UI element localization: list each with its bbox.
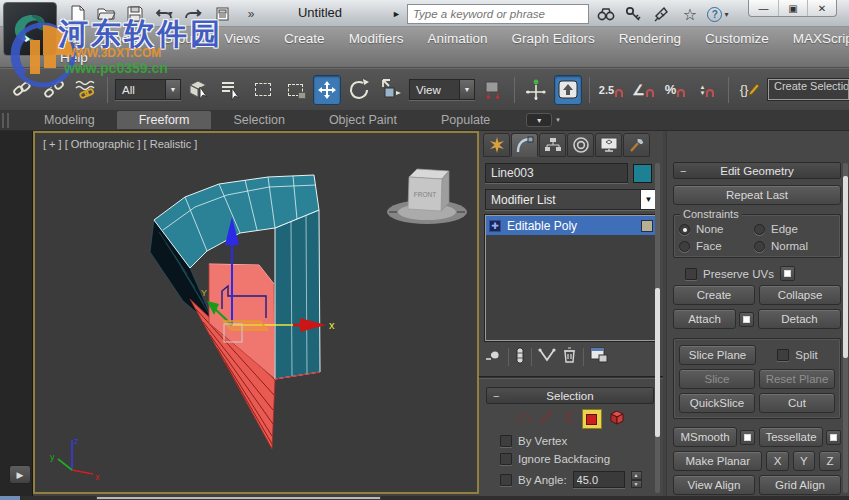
slice-plane-button[interactable]: Slice Plane bbox=[679, 345, 756, 365]
ribbon-tab-object-paint[interactable]: Object Paint bbox=[307, 111, 419, 129]
preserve-uvs-settings-button[interactable] bbox=[780, 266, 795, 281]
menu-create[interactable]: Create bbox=[284, 31, 325, 46]
repeat-last-button[interactable]: Repeat Last bbox=[673, 185, 841, 205]
menu-maxscript[interactable]: MAXScript bbox=[793, 31, 849, 46]
select-and-link-button[interactable] bbox=[8, 75, 36, 105]
dropdown-arrow-icon[interactable]: ▼ bbox=[640, 190, 656, 209]
rectangular-selection-region-button[interactable] bbox=[249, 75, 277, 105]
viewcube[interactable]: FRONT bbox=[387, 169, 467, 224]
subscription-satellite-icon[interactable] bbox=[651, 4, 673, 24]
quickslice-button[interactable]: QuickSlice bbox=[679, 393, 755, 413]
make-planar-x-button[interactable]: X bbox=[766, 451, 788, 471]
show-end-result-button[interactable] bbox=[515, 347, 525, 368]
element-subobject-button[interactable] bbox=[608, 409, 625, 429]
ribbon-tab-populate[interactable]: Populate bbox=[419, 111, 512, 129]
select-and-scale-button[interactable] bbox=[377, 75, 405, 105]
angle-snap-toggle-button[interactable]: ∠ bbox=[629, 75, 657, 105]
expand-panel-arrow-button[interactable]: ▶ bbox=[9, 465, 31, 484]
constraint-face-radio[interactable] bbox=[679, 241, 690, 252]
ignore-backfacing-checkbox[interactable] bbox=[500, 453, 512, 465]
preserve-uvs-checkbox[interactable] bbox=[685, 268, 697, 280]
configure-modifier-sets-button[interactable] bbox=[590, 347, 608, 367]
detach-button[interactable]: Detach bbox=[758, 309, 841, 329]
selection-filter-dropdown[interactable]: All ▼ bbox=[115, 79, 181, 100]
make-planar-button[interactable]: Make Planar bbox=[673, 451, 762, 471]
menu-graph-editors[interactable]: Graph Editors bbox=[511, 31, 594, 46]
left-column-scrollbar[interactable] bbox=[655, 163, 660, 493]
spinner-up-button[interactable]: ▲ bbox=[631, 471, 642, 480]
object-color-swatch[interactable] bbox=[633, 164, 652, 183]
reset-plane-button[interactable]: Reset Plane bbox=[759, 369, 835, 389]
create-button[interactable]: Create bbox=[673, 285, 755, 305]
search-input[interactable] bbox=[407, 4, 589, 24]
select-and-manipulate-button[interactable] bbox=[522, 75, 550, 105]
named-selection-sets-field[interactable]: Create Selection S bbox=[768, 79, 849, 100]
use-pivot-point-center-button[interactable] bbox=[479, 75, 507, 105]
grid-align-button[interactable]: Grid Align bbox=[759, 475, 841, 495]
menu-tools[interactable]: Tools bbox=[107, 31, 139, 46]
ribbon-grip[interactable] bbox=[2, 113, 9, 128]
ribbon-tab-modeling[interactable]: Modeling bbox=[22, 111, 117, 129]
view-align-button[interactable]: View Align bbox=[673, 475, 755, 495]
redo-button[interactable]: ▾ bbox=[182, 4, 204, 24]
spinner-snap-toggle-button[interactable]: ▲▼ bbox=[693, 75, 721, 105]
tab-hierarchy[interactable] bbox=[539, 133, 566, 157]
by-angle-checkbox[interactable] bbox=[500, 474, 512, 486]
selection-rollout-header[interactable]: − Selection bbox=[486, 387, 654, 404]
vertex-subobject-button[interactable] bbox=[516, 410, 532, 428]
percent-snap-toggle-button[interactable]: % bbox=[661, 75, 689, 105]
polygon-subobject-button-active[interactable] bbox=[582, 409, 602, 429]
menu-rendering[interactable]: Rendering bbox=[619, 31, 681, 46]
menu-modifiers[interactable]: Modifiers bbox=[349, 31, 404, 46]
tessellate-button[interactable]: Tessellate bbox=[759, 427, 823, 447]
project-folder-button[interactable] bbox=[211, 4, 233, 24]
viewport[interactable]: [ + ] [ Orthographic ] [ Realistic ] bbox=[33, 131, 479, 494]
help-dropdown-caret[interactable]: ▾ bbox=[724, 10, 728, 19]
snaps-toggle-button[interactable]: 2.5 bbox=[597, 75, 625, 105]
attach-button[interactable]: Attach bbox=[673, 309, 736, 329]
make-unique-button[interactable] bbox=[538, 348, 556, 367]
pin-stack-button[interactable] bbox=[485, 348, 502, 367]
msmooth-button[interactable]: MSmooth bbox=[673, 427, 737, 447]
modifier-onoff-toggle[interactable] bbox=[641, 220, 653, 232]
scrollbar-thumb[interactable] bbox=[655, 288, 660, 437]
right-column-scrollbar[interactable] bbox=[843, 163, 848, 493]
tessellate-settings-button[interactable] bbox=[826, 430, 841, 445]
edit-named-selection-sets-button[interactable]: {} bbox=[736, 75, 764, 105]
ribbon-tab-selection[interactable]: Selection bbox=[211, 111, 306, 129]
open-file-button[interactable] bbox=[95, 4, 117, 24]
make-planar-z-button[interactable]: Z bbox=[819, 451, 841, 471]
viewport-label[interactable]: [ + ] [ Orthographic ] [ Realistic ] bbox=[43, 138, 197, 150]
constraint-edge-radio[interactable] bbox=[754, 224, 765, 235]
undo-button[interactable]: ▾ bbox=[153, 4, 175, 24]
msmooth-settings-button[interactable] bbox=[740, 430, 755, 445]
tab-create[interactable] bbox=[483, 133, 510, 157]
collapse-button[interactable]: Collapse bbox=[759, 285, 841, 305]
reference-coordinate-dropdown[interactable]: View ▼ bbox=[409, 79, 475, 100]
object-name-field[interactable] bbox=[485, 163, 628, 183]
favorites-star-icon[interactable]: ☆ bbox=[679, 4, 701, 24]
application-menu-button[interactable] bbox=[3, 2, 57, 56]
menu-animation[interactable]: Animation bbox=[427, 31, 487, 46]
by-vertex-checkbox[interactable] bbox=[500, 435, 512, 447]
unlink-selection-button[interactable] bbox=[40, 75, 68, 105]
restore-button[interactable]: ▣ bbox=[778, 0, 807, 16]
scrollbar-thumb[interactable] bbox=[843, 176, 848, 358]
split-checkbox[interactable] bbox=[777, 349, 789, 361]
communication-center-key-icon[interactable] bbox=[623, 4, 645, 24]
attach-settings-button[interactable] bbox=[739, 312, 754, 327]
select-and-move-button[interactable] bbox=[313, 75, 341, 105]
edit-geometry-rollout-header[interactable]: − Edit Geometry bbox=[673, 162, 841, 179]
tab-motion[interactable] bbox=[567, 133, 594, 157]
dropdown-arrow-icon[interactable]: ▼ bbox=[459, 80, 474, 99]
tab-utilities[interactable] bbox=[623, 133, 650, 157]
constraint-none-radio[interactable] bbox=[679, 224, 690, 235]
keyboard-shortcut-override-button[interactable] bbox=[554, 75, 582, 105]
make-planar-y-button[interactable]: Y bbox=[793, 451, 815, 471]
edge-subobject-button[interactable] bbox=[538, 410, 554, 428]
bind-to-space-warp-button[interactable] bbox=[72, 75, 100, 105]
border-subobject-button[interactable] bbox=[560, 410, 576, 428]
select-object-button[interactable] bbox=[185, 75, 213, 105]
minimize-button[interactable]: — bbox=[749, 0, 778, 16]
infocenter-collapse-arrow[interactable]: ► bbox=[392, 9, 401, 19]
